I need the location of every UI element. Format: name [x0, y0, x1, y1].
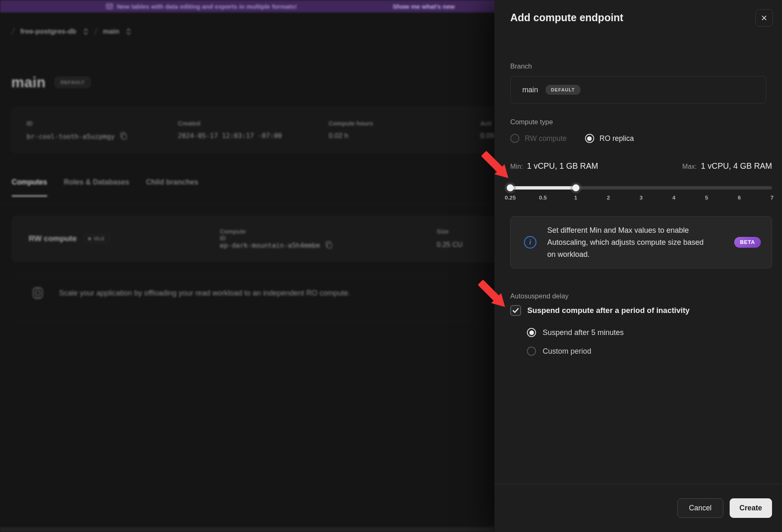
radio-icon: [585, 134, 594, 143]
banner-message: New tables with data editing and exports…: [106, 0, 297, 12]
beta-badge: BETA: [734, 237, 761, 248]
radio-custom-period[interactable]: Custom period: [527, 347, 591, 356]
banner-whats-new-link[interactable]: Show me what's new: [393, 0, 455, 12]
tick-label: 4: [672, 195, 676, 201]
radio-icon: [510, 134, 519, 143]
table-row: RW compute IDLE: [29, 234, 110, 243]
branch-select-value: main: [522, 86, 538, 94]
status-dot: [88, 237, 91, 240]
active-hours-label: Acti: [480, 120, 492, 127]
ro-compute-hint: Scale your application by offloading you…: [59, 289, 350, 298]
radio-rw-compute[interactable]: RW compute: [510, 134, 567, 143]
bottom-strip: [0, 527, 494, 532]
info-icon: i: [524, 236, 536, 249]
created-value: 2024-05-17 12:03:17 -07:00: [178, 132, 282, 140]
slider-handle-min[interactable]: [507, 185, 514, 192]
tick-label: 1: [574, 195, 578, 201]
slider-tick-labels: 0.25 0.5 1 2 3 4 5 6 7: [510, 195, 772, 203]
chevron-up-down-icon[interactable]: [83, 28, 89, 35]
tick-label: 3: [639, 195, 643, 201]
min-label: Min:: [510, 163, 523, 170]
cpu-chip-icon: [30, 285, 46, 301]
compute-id-value: ep-dark-mountain-a5h4mmbm: [220, 241, 320, 249]
compute-hours-value: 0.02 h: [329, 132, 348, 140]
tick-label: 5: [705, 195, 708, 201]
created-label: Created: [178, 120, 200, 127]
app-window: New tables with data editing and exports…: [0, 0, 782, 532]
create-button[interactable]: Create: [730, 498, 772, 518]
page-title: main: [11, 74, 46, 91]
drawer-footer: Cancel Create: [494, 484, 782, 532]
cancel-button[interactable]: Cancel: [677, 498, 723, 518]
tick-label: 6: [738, 195, 741, 201]
branch-select[interactable]: main DEFAULT: [510, 76, 766, 103]
radio-icon: [527, 347, 536, 356]
copy-icon[interactable]: [325, 241, 333, 250]
compute-type-options: RW compute RO replica: [510, 134, 634, 143]
autoscaling-note-text: Set different Min and Max values to enab…: [547, 224, 709, 261]
default-badge: DEFAULT: [55, 77, 91, 88]
slider-handle-max[interactable]: [572, 185, 579, 192]
compute-id-label: Compute ID: [220, 228, 246, 241]
tick-label: 2: [607, 195, 610, 201]
min-value: 1 vCPU, 1 GB RAM: [527, 161, 598, 171]
compute-name: RW compute: [29, 234, 77, 243]
radio-suspend-after-5-minutes[interactable]: Suspend after 5 minutes: [527, 328, 624, 337]
breadcrumb-separator: /: [11, 26, 15, 37]
tick-label: 0.5: [539, 195, 547, 201]
id-label: ID: [27, 120, 33, 127]
default-badge: DEFAULT: [546, 85, 580, 95]
slider-fill: [510, 186, 576, 190]
suspend-compute-checkbox-row[interactable]: Suspend compute after a period of inacti…: [510, 305, 690, 316]
chevron-up-down-icon[interactable]: [126, 28, 131, 35]
branch-tabs: Computes Roles & Databases Child branche…: [12, 178, 199, 197]
drawer-title: Add compute endpoint: [510, 12, 623, 24]
radio-ro-replica[interactable]: RO replica: [585, 134, 634, 143]
suspend-checkbox-label: Suspend compute after a period of inacti…: [527, 306, 690, 315]
radio-icon: [527, 328, 536, 337]
breadcrumb-separator: /: [93, 26, 98, 37]
status-badge: IDLE: [84, 234, 110, 243]
breadcrumb-branch[interactable]: main: [103, 27, 119, 36]
size-label: Size: [437, 228, 449, 235]
tab-roles-databases[interactable]: Roles & Databases: [64, 178, 130, 197]
autoscaling-note: i Set different Min and Max values to en…: [510, 216, 772, 268]
tick-label: 7: [770, 195, 774, 201]
tick-label: 0.25: [505, 195, 516, 201]
tab-computes[interactable]: Computes: [12, 178, 47, 197]
close-icon[interactable]: ✕: [755, 9, 773, 27]
compute-size-slider[interactable]: [510, 185, 772, 191]
copy-icon[interactable]: [120, 132, 128, 141]
compute-hours-label: Compute hours: [329, 120, 373, 127]
checkbox-checked-icon[interactable]: [510, 305, 521, 316]
tab-child-branches[interactable]: Child branches: [146, 178, 198, 197]
size-value: 0.25 CU: [437, 241, 462, 249]
branch-field-label: Branch: [510, 62, 532, 70]
autosuspend-delay-label: Autosuspend delay: [510, 292, 568, 300]
breadcrumb: / free-postgres-db / main: [12, 26, 131, 37]
add-compute-endpoint-drawer: Add compute endpoint ✕ Branch main DEFAU…: [494, 0, 782, 532]
active-hours-value: 0.09: [480, 132, 494, 140]
branch-id-value: br-cool-tooth-a5uzpmgy: [27, 133, 115, 140]
compute-type-label: Compute type: [510, 118, 553, 126]
breadcrumb-project[interactable]: free-postgres-db: [20, 27, 76, 36]
max-label: Max:: [682, 163, 697, 170]
max-value: 1 vCPU, 4 GB RAM: [701, 161, 772, 171]
table-icon: [106, 3, 113, 9]
